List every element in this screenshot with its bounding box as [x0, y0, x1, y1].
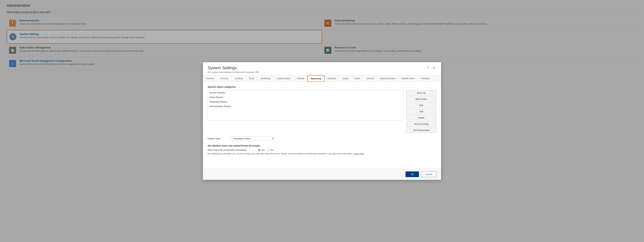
tab-outlook[interactable]: Outlook: [294, 75, 308, 81]
report-categories-title: Specify report categories: [208, 85, 436, 88]
modal-tabs: General Formats Auditing Email Marketing…: [203, 75, 441, 81]
default-value-row: Default Value Unassigned Value Service R…: [208, 136, 436, 141]
help-button[interactable]: ?: [425, 66, 430, 70]
powerbi-yes-label: Yes: [261, 149, 265, 151]
modal-header-actions: ? ✕: [425, 66, 436, 70]
powerbi-no-label: No: [270, 149, 273, 151]
modal-header-text: System Settings Set system-level setting…: [208, 66, 260, 73]
tab-customization[interactable]: Customization: [274, 75, 294, 81]
modal-title: System Settings: [208, 66, 260, 70]
powerbi-note-text: By enabling this command, you consent to…: [208, 153, 353, 155]
powerbi-learn-more-link[interactable]: Learn more: [353, 153, 364, 155]
tab-formats[interactable]: Formats: [217, 75, 232, 81]
move-down-button[interactable]: Move Down: [406, 96, 436, 102]
default-value-select[interactable]: Unassigned Value Service Reports Sales R…: [230, 136, 274, 141]
powerbi-section-title: Set whether users can embed Power BI vis…: [208, 144, 436, 147]
move-up-button[interactable]: Move Up: [406, 90, 436, 95]
cancel-button[interactable]: Cancel: [420, 171, 436, 177]
powerbi-radio-group: Yes No: [258, 149, 273, 151]
tab-synchronization[interactable]: Synchronization: [377, 75, 399, 81]
tab-previews[interactable]: Previews: [418, 75, 433, 81]
powerbi-yes-radio[interactable]: [258, 149, 260, 151]
tab-mobile-client[interactable]: Mobile Client: [399, 75, 418, 81]
modal-subtitle: Set system-level settings for Microsoft …: [208, 71, 260, 73]
powerbi-note: By enabling this command, you consent to…: [208, 153, 436, 155]
modal-header: System Settings Set system-level setting…: [203, 62, 441, 75]
powerbi-section: Set whether users can embed Power BI vis…: [208, 144, 436, 155]
report-item-administrative[interactable]: Administrative Reports: [208, 104, 403, 108]
tab-general[interactable]: General: [203, 75, 217, 81]
powerbi-label: Allow Power BI visualization embedding: [208, 149, 254, 151]
system-settings-modal: System Settings Set system-level setting…: [203, 62, 441, 180]
report-item-sales[interactable]: Sales Reports: [208, 95, 403, 99]
report-categories-container: Service Reports Sales Reports Marketing …: [208, 90, 436, 133]
add-button[interactable]: Add: [406, 109, 436, 114]
default-value-label: Default Value: [208, 137, 228, 140]
powerbi-yes-option[interactable]: Yes: [258, 149, 265, 151]
tab-reporting[interactable]: Reporting: [308, 75, 324, 81]
delete-button[interactable]: Delete: [406, 115, 436, 120]
modal-overlay: System Settings Set system-level setting…: [0, 0, 644, 242]
report-list-box[interactable]: Service Reports Sales Reports Marketing …: [208, 90, 404, 120]
sort-ascending-button[interactable]: Sort Ascending: [406, 121, 436, 127]
close-button[interactable]: ✕: [432, 66, 436, 70]
tab-email[interactable]: Email: [246, 75, 258, 81]
report-item-service[interactable]: Service Reports: [208, 90, 403, 95]
powerbi-no-option[interactable]: No: [267, 149, 273, 151]
sort-descending-button[interactable]: Sort Descending: [406, 128, 436, 133]
report-actions: Move Up Move Down Edit Add Delete Sort A…: [406, 90, 436, 133]
modal-footer: OK Cancel: [203, 169, 441, 180]
ok-button[interactable]: OK: [406, 171, 419, 177]
powerbi-no-radio[interactable]: [267, 149, 270, 151]
tab-calendar[interactable]: Calendar: [324, 75, 340, 81]
tab-auditing[interactable]: Auditing: [232, 75, 246, 81]
tab-goals[interactable]: Goals: [340, 75, 352, 81]
tab-service[interactable]: Service: [363, 75, 377, 81]
edit-button[interactable]: Edit: [406, 103, 436, 108]
powerbi-row: Allow Power BI visualization embedding Y…: [208, 149, 436, 151]
modal-body: Specify report categories Service Report…: [203, 81, 441, 169]
report-item-marketing[interactable]: Marketing Reports: [208, 99, 403, 104]
tab-sales[interactable]: Sales: [352, 75, 364, 81]
tab-marketing[interactable]: Marketing: [258, 75, 273, 81]
